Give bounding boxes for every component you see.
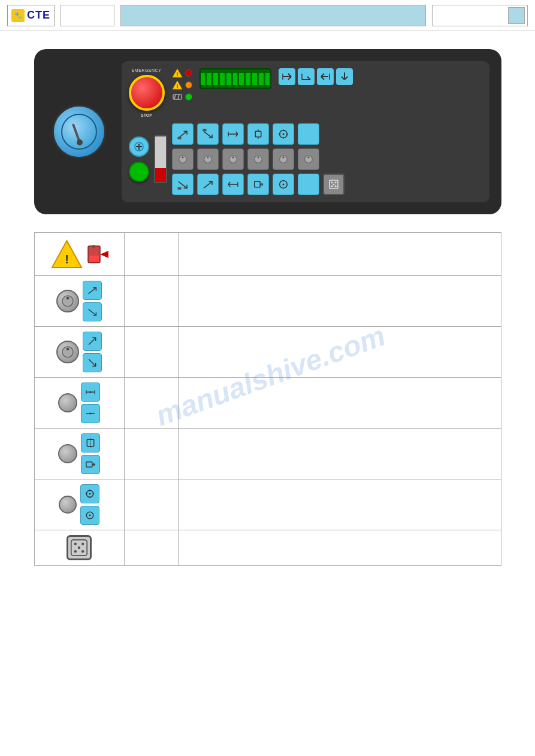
icon-pair-1 [83,281,102,321]
ctrl-btn-arm-up[interactable] [172,123,194,145]
panel-section: EMERGENCY STOP ! [34,49,501,214]
ctrl-btn-retract[interactable] [222,174,244,195]
svg-line-81 [89,309,96,315]
desc-row-connector [34,530,501,566]
seg8 [246,73,250,85]
icon-pair-2 [83,332,102,372]
emergency-label: EMERGENCY [132,68,162,72]
desc-label-warning [125,233,179,275]
knob-1-btn[interactable] [172,148,194,170]
key-stick [71,123,80,141]
desc-text-knob5 [179,479,501,530]
svg-point-48 [257,156,259,158]
svg-point-71 [333,183,334,185]
knob-2-icon [201,153,214,166]
seg10 [259,73,264,85]
emergency-stop-button[interactable] [129,75,165,111]
svg-point-52 [307,156,309,158]
ctrl-btn-arm-fold[interactable] [197,123,219,145]
knob-4-icon [252,153,265,166]
svg-text:!: ! [176,71,178,77]
desc-label-knob5 [125,479,179,530]
ctrl-btn-circle-center[interactable] [273,123,294,145]
ctrl-btn-circle-2[interactable] [273,174,294,195]
indicator-row-3 [172,92,192,102]
diagonal-up-icon [86,335,98,347]
svg-point-67 [331,181,333,183]
func-icon-arrow-down-right[interactable] [298,68,315,85]
knob-3-btn[interactable] [222,148,244,170]
logo-box: 🔧 CTE [7,5,55,26]
arm-up-small-icon [86,284,98,296]
svg-text:!: ! [65,253,69,266]
rotate-square-2-icon [252,178,265,191]
seg11 [265,73,270,85]
svg-line-55 [203,181,211,188]
seg7 [239,73,244,85]
ctrl-btn-arm-down[interactable] [172,174,194,195]
func-icon-retract-down[interactable] [336,68,353,85]
header: 🔧 CTE [0,0,535,31]
seg2 [207,73,211,85]
connector-detail-icon [70,539,88,557]
teal-arm-up-btn[interactable] [83,281,102,300]
header-field-1 [61,5,114,26]
desc-text-knob1 [179,276,501,326]
desc-label-connector [125,530,179,565]
circle-center-icon [277,127,290,141]
func-icon-retract-right[interactable] [317,68,334,85]
func-icon-arrow-right[interactable] [279,68,295,85]
svg-text:!: ! [176,83,178,89]
teal-arm-down-btn[interactable] [83,302,102,321]
ctrl-btn-extra-1[interactable] [298,123,319,145]
display-bar [200,68,271,89]
ctrl-btn-rotate-sq[interactable] [247,123,269,145]
knob-2-btn[interactable] [197,148,219,170]
pressure-gauge-icon [87,244,108,265]
ctrl-btn-rotate-sq-2[interactable] [247,174,269,195]
circle-plus-icon [84,488,96,500]
teal-diagonal-up-btn[interactable] [83,332,102,351]
ctrl-btn-extra-2[interactable] [298,174,319,195]
svg-point-46 [232,156,234,158]
seg3 [213,73,218,85]
teal-circle-minus-btn[interactable] [80,506,99,525]
svg-point-97 [89,493,91,495]
connector-icon [327,178,340,191]
svg-point-68 [334,181,336,183]
svg-point-105 [74,543,77,545]
knob-6-btn[interactable] [298,148,319,170]
teal-extend-btn[interactable] [81,382,100,402]
teal-diagonal-down-btn[interactable] [83,353,102,372]
extend-icon [226,127,240,141]
knob-4-btn[interactable] [247,148,269,170]
knob-5-btn[interactable] [273,148,294,170]
left-buttons-col [129,136,149,182]
svg-rect-32 [255,131,261,136]
svg-point-42 [182,156,183,158]
arm-down-icon [176,178,189,191]
teal-circle-plus-btn[interactable] [80,484,99,503]
svg-line-53 [178,181,186,188]
plus-button[interactable] [129,136,149,157]
seg5 [226,73,231,85]
indicator-row-1: ! [172,68,192,78]
svg-point-79 [67,297,69,300]
green-button[interactable] [129,162,149,182]
connector-button[interactable] [323,174,344,195]
knob-6-icon [302,153,315,166]
ctrl-btn-arm-unfold[interactable] [197,174,219,195]
svg-point-70 [334,186,336,187]
ctrl-btn-extend[interactable] [222,123,244,145]
teal-retract-btn[interactable] [81,404,100,423]
knob-visual-3 [58,393,77,412]
teal-square-arrow-btn[interactable] [81,455,100,474]
svg-rect-94 [86,462,92,467]
gauge-bar [154,135,167,183]
stop-label: STOP [141,113,152,117]
desc-row-knob3 [34,377,501,429]
teal-square-full-btn[interactable] [81,433,100,453]
svg-point-91 [90,413,92,415]
svg-point-83 [67,348,69,351]
desc-label-knob3 [125,378,179,428]
